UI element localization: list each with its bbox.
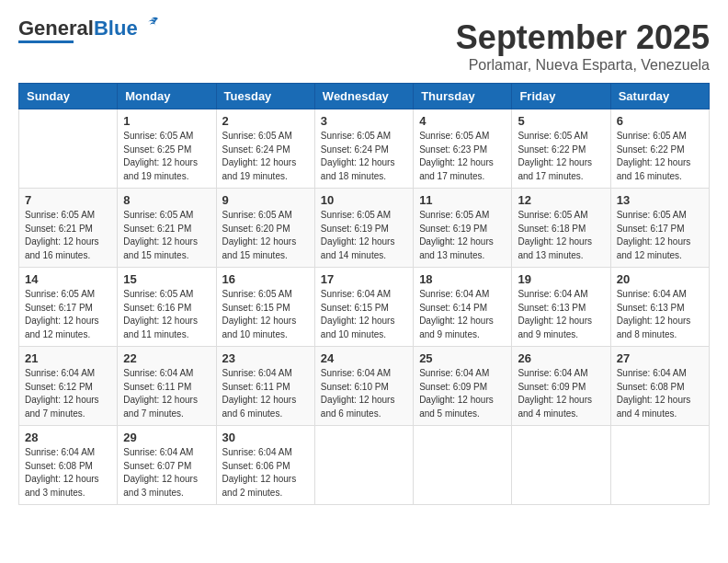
calendar-cell: 7Sunrise: 6:05 AM Sunset: 6:21 PM Daylig… — [19, 189, 118, 268]
day-number: 12 — [518, 193, 604, 207]
day-info: Sunrise: 6:04 AM Sunset: 6:09 PM Dayligh… — [419, 367, 506, 420]
calendar-cell — [19, 109, 118, 189]
page-header: GeneralBlue September 2025 Porlamar, Nue… — [18, 18, 710, 74]
day-info: Sunrise: 6:05 AM Sunset: 6:21 PM Dayligh… — [123, 209, 210, 262]
day-number: 22 — [123, 351, 210, 365]
day-info: Sunrise: 6:05 AM Sunset: 6:22 PM Dayligh… — [617, 130, 703, 183]
calendar-cell: 8Sunrise: 6:05 AM Sunset: 6:21 PM Daylig… — [118, 189, 216, 268]
day-number: 21 — [25, 351, 111, 365]
day-info: Sunrise: 6:04 AM Sunset: 6:12 PM Dayligh… — [25, 367, 111, 420]
day-info: Sunrise: 6:05 AM Sunset: 6:25 PM Dayligh… — [123, 130, 210, 183]
day-info: Sunrise: 6:04 AM Sunset: 6:10 PM Dayligh… — [321, 367, 407, 420]
day-number: 2 — [222, 114, 309, 128]
calendar-week-row: 7Sunrise: 6:05 AM Sunset: 6:21 PM Daylig… — [19, 189, 710, 268]
day-number: 18 — [419, 272, 506, 286]
day-info: Sunrise: 6:04 AM Sunset: 6:11 PM Dayligh… — [123, 367, 210, 420]
calendar-cell: 4Sunrise: 6:05 AM Sunset: 6:23 PM Daylig… — [414, 109, 512, 189]
day-number: 16 — [222, 272, 309, 286]
day-info: Sunrise: 6:05 AM Sunset: 6:16 PM Dayligh… — [123, 288, 210, 341]
day-info: Sunrise: 6:05 AM Sunset: 6:17 PM Dayligh… — [25, 288, 111, 341]
calendar-cell — [414, 426, 512, 505]
calendar-cell: 21Sunrise: 6:04 AM Sunset: 6:12 PM Dayli… — [19, 347, 118, 426]
calendar-cell: 23Sunrise: 6:04 AM Sunset: 6:11 PM Dayli… — [216, 347, 314, 426]
day-number: 14 — [25, 272, 111, 286]
logo: GeneralBlue — [18, 18, 162, 43]
day-number: 4 — [419, 114, 506, 128]
day-info: Sunrise: 6:04 AM Sunset: 6:13 PM Dayligh… — [518, 288, 604, 341]
calendar-cell: 10Sunrise: 6:05 AM Sunset: 6:19 PM Dayli… — [314, 189, 413, 268]
calendar-cell: 6Sunrise: 6:05 AM Sunset: 6:22 PM Daylig… — [610, 109, 709, 189]
location-subtitle: Porlamar, Nueva Esparta, Venezuela — [456, 57, 710, 74]
calendar-table: SundayMondayTuesdayWednesdayThursdayFrid… — [18, 83, 710, 505]
title-block: September 2025 Porlamar, Nueva Esparta, … — [456, 18, 710, 74]
calendar-cell: 27Sunrise: 6:04 AM Sunset: 6:08 PM Dayli… — [610, 347, 709, 426]
bird-icon — [142, 15, 162, 35]
day-info: Sunrise: 6:05 AM Sunset: 6:20 PM Dayligh… — [222, 209, 309, 262]
day-info: Sunrise: 6:05 AM Sunset: 6:17 PM Dayligh… — [617, 209, 703, 262]
day-number: 23 — [222, 351, 309, 365]
day-info: Sunrise: 6:05 AM Sunset: 6:24 PM Dayligh… — [321, 130, 407, 183]
day-number: 19 — [518, 272, 604, 286]
day-number: 8 — [123, 193, 210, 207]
day-number: 7 — [25, 193, 111, 207]
day-info: Sunrise: 6:05 AM Sunset: 6:15 PM Dayligh… — [222, 288, 309, 341]
day-number: 17 — [321, 272, 407, 286]
day-info: Sunrise: 6:05 AM Sunset: 6:21 PM Dayligh… — [25, 209, 111, 262]
day-info: Sunrise: 6:04 AM Sunset: 6:13 PM Dayligh… — [617, 288, 703, 341]
day-number: 13 — [617, 193, 703, 207]
calendar-cell: 1Sunrise: 6:05 AM Sunset: 6:25 PM Daylig… — [118, 109, 216, 189]
calendar-cell: 5Sunrise: 6:05 AM Sunset: 6:22 PM Daylig… — [512, 109, 610, 189]
calendar-cell: 14Sunrise: 6:05 AM Sunset: 6:17 PM Dayli… — [19, 268, 118, 347]
calendar-cell: 19Sunrise: 6:04 AM Sunset: 6:13 PM Dayli… — [512, 268, 610, 347]
calendar-cell: 13Sunrise: 6:05 AM Sunset: 6:17 PM Dayli… — [610, 189, 709, 268]
day-info: Sunrise: 6:04 AM Sunset: 6:08 PM Dayligh… — [25, 446, 111, 500]
day-info: Sunrise: 6:05 AM Sunset: 6:19 PM Dayligh… — [321, 209, 407, 262]
calendar-cell: 22Sunrise: 6:04 AM Sunset: 6:11 PM Dayli… — [118, 347, 216, 426]
day-header-tuesday: Tuesday — [216, 84, 314, 109]
logo-underline — [18, 40, 74, 43]
day-header-monday: Monday — [118, 84, 216, 109]
day-info: Sunrise: 6:05 AM Sunset: 6:23 PM Dayligh… — [419, 130, 506, 183]
calendar-cell: 12Sunrise: 6:05 AM Sunset: 6:18 PM Dayli… — [512, 189, 610, 268]
calendar-cell: 25Sunrise: 6:04 AM Sunset: 6:09 PM Dayli… — [414, 347, 512, 426]
calendar-cell: 17Sunrise: 6:04 AM Sunset: 6:15 PM Dayli… — [314, 268, 413, 347]
calendar-week-row: 28Sunrise: 6:04 AM Sunset: 6:08 PM Dayli… — [19, 426, 710, 505]
day-info: Sunrise: 6:05 AM Sunset: 6:22 PM Dayligh… — [518, 130, 604, 183]
day-header-saturday: Saturday — [610, 84, 709, 109]
day-number: 28 — [25, 431, 111, 444]
calendar-cell: 2Sunrise: 6:05 AM Sunset: 6:24 PM Daylig… — [216, 109, 314, 189]
calendar-cell — [512, 426, 610, 505]
day-info: Sunrise: 6:04 AM Sunset: 6:06 PM Dayligh… — [222, 446, 309, 500]
calendar-cell — [610, 426, 709, 505]
calendar-cell: 20Sunrise: 6:04 AM Sunset: 6:13 PM Dayli… — [610, 268, 709, 347]
day-header-wednesday: Wednesday — [314, 84, 413, 109]
day-info: Sunrise: 6:05 AM Sunset: 6:24 PM Dayligh… — [222, 130, 309, 183]
day-info: Sunrise: 6:05 AM Sunset: 6:18 PM Dayligh… — [518, 209, 604, 262]
calendar-cell: 15Sunrise: 6:05 AM Sunset: 6:16 PM Dayli… — [118, 268, 216, 347]
calendar-cell — [314, 426, 413, 505]
day-number: 29 — [123, 431, 210, 444]
day-header-sunday: Sunday — [19, 84, 118, 109]
calendar-week-row: 21Sunrise: 6:04 AM Sunset: 6:12 PM Dayli… — [19, 347, 710, 426]
calendar-week-row: 1Sunrise: 6:05 AM Sunset: 6:25 PM Daylig… — [19, 109, 710, 189]
calendar-cell: 28Sunrise: 6:04 AM Sunset: 6:08 PM Dayli… — [19, 426, 118, 505]
day-number: 5 — [518, 114, 604, 128]
day-number: 3 — [321, 114, 407, 128]
day-info: Sunrise: 6:04 AM Sunset: 6:15 PM Dayligh… — [321, 288, 407, 341]
day-number: 1 — [123, 114, 210, 128]
day-number: 24 — [321, 351, 407, 365]
day-info: Sunrise: 6:04 AM Sunset: 6:09 PM Dayligh… — [518, 367, 604, 420]
day-header-thursday: Thursday — [414, 84, 512, 109]
logo-text: GeneralBlue — [18, 18, 138, 39]
day-number: 26 — [518, 351, 604, 365]
day-info: Sunrise: 6:04 AM Sunset: 6:08 PM Dayligh… — [617, 367, 703, 420]
day-number: 9 — [222, 193, 309, 207]
calendar-cell: 30Sunrise: 6:04 AM Sunset: 6:06 PM Dayli… — [216, 426, 314, 505]
day-number: 6 — [617, 114, 703, 128]
day-header-friday: Friday — [512, 84, 610, 109]
month-title: September 2025 — [456, 18, 710, 57]
calendar-cell: 24Sunrise: 6:04 AM Sunset: 6:10 PM Dayli… — [314, 347, 413, 426]
calendar-cell: 26Sunrise: 6:04 AM Sunset: 6:09 PM Dayli… — [512, 347, 610, 426]
calendar-week-row: 14Sunrise: 6:05 AM Sunset: 6:17 PM Dayli… — [19, 268, 710, 347]
calendar-cell: 3Sunrise: 6:05 AM Sunset: 6:24 PM Daylig… — [314, 109, 413, 189]
